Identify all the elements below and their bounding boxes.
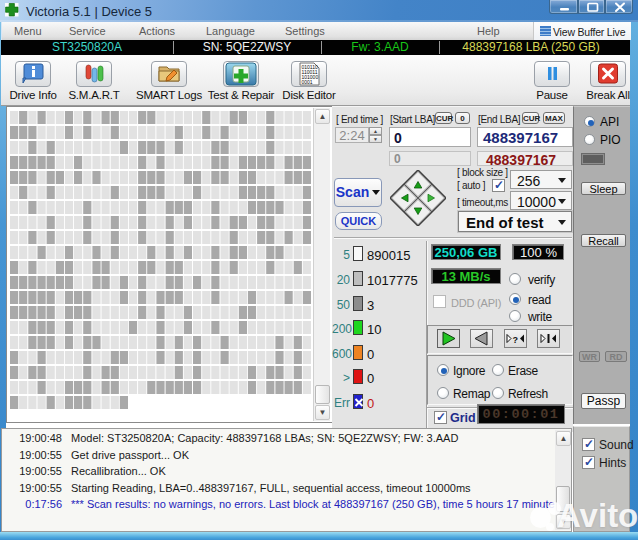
svg-text:?: ? (513, 335, 519, 345)
svg-text:0001: 0001 (302, 79, 313, 85)
